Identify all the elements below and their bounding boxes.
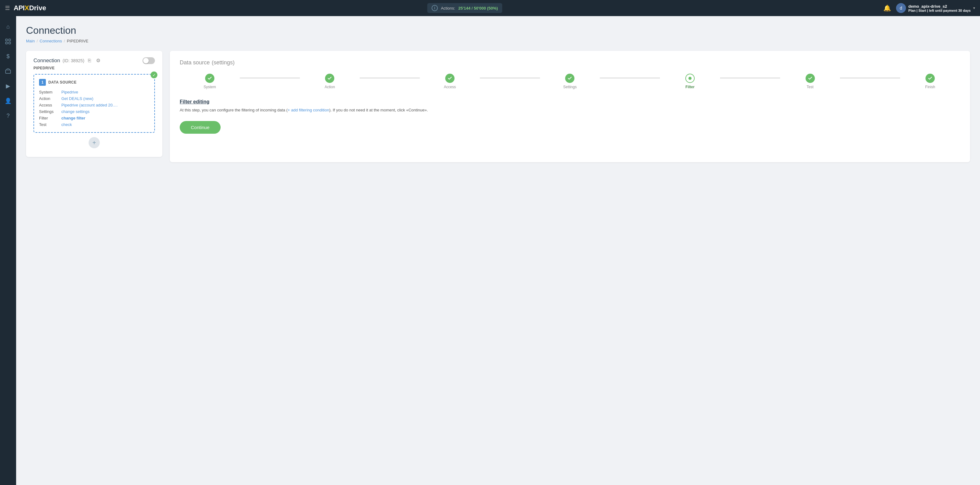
cards-row: Connection (ID: 38925) ⎘ ⚙ PIPEDRIVE ✓ 1… <box>26 51 970 162</box>
step-line-2 <box>360 78 420 78</box>
info-icon: i <box>431 5 438 11</box>
sidebar-item-grid[interactable] <box>1 35 15 48</box>
actions-label: Actions: <box>441 6 455 11</box>
row-label-test: Test <box>39 122 61 127</box>
breadcrumb: Main / Connections / PIPEDRIVE <box>26 39 970 43</box>
actions-box[interactable]: i Actions: 25'144 / 50'000 (50%) <box>427 3 502 13</box>
breadcrumb-sep-1: / <box>37 39 38 43</box>
datasource-rows: System Pipedrive Action Get DEALS (new) … <box>39 89 150 128</box>
filter-description: At this step, you can configure the filt… <box>180 107 960 114</box>
logo-x-text: X <box>24 4 29 12</box>
svg-rect-4 <box>6 70 11 73</box>
step-label-action: Action <box>325 85 335 89</box>
table-row: System Pipedrive <box>39 89 150 95</box>
add-filter-link[interactable]: + add filtering condition <box>288 108 329 113</box>
sidebar-item-user[interactable]: 👤 <box>1 94 15 108</box>
add-datasource-button[interactable]: + <box>89 137 100 148</box>
user-name: demo_apix-drive_s2 <box>908 4 971 9</box>
step-line-1 <box>240 78 300 78</box>
step-line-6 <box>840 78 900 78</box>
step-circle-settings <box>565 74 574 83</box>
breadcrumb-current: PIPEDRIVE <box>67 39 88 43</box>
sidebar-item-billing[interactable]: $ <box>1 49 15 63</box>
right-card: Data source (settings) System Acti <box>170 51 970 162</box>
row-label-action: Action <box>39 96 61 101</box>
left-card: Connection (ID: 38925) ⎘ ⚙ PIPEDRIVE ✓ 1… <box>26 51 162 157</box>
continue-button[interactable]: Continue <box>180 121 221 134</box>
chevron-down-icon: ▾ <box>973 6 975 10</box>
row-label-system: System <box>39 90 61 94</box>
breadcrumb-sep-2: / <box>64 39 65 43</box>
step-line-3 <box>480 78 540 78</box>
sidebar-item-help[interactable]: ? <box>1 109 15 122</box>
logo: API X Drive <box>14 4 46 12</box>
step-system[interactable]: System <box>180 74 240 89</box>
table-row: Filter change filter <box>39 115 150 121</box>
logo-api-text: API <box>14 4 24 12</box>
breadcrumb-connections[interactable]: Connections <box>40 39 62 43</box>
step-action[interactable]: Action <box>300 74 360 89</box>
datasource-number: 1 <box>39 79 46 86</box>
user-plan: Plan | Start | left until payment 30 day… <box>908 9 971 13</box>
step-label-access: Access <box>444 85 456 89</box>
svg-rect-2 <box>6 42 8 44</box>
datasource-header: 1 DATA SOURCE <box>39 79 150 86</box>
datasource-box: ✓ 1 DATA SOURCE System Pipedrive Action … <box>33 74 155 133</box>
card-header: Connection (ID: 38925) ⎘ ⚙ <box>33 57 155 64</box>
step-circle-finish <box>926 74 935 83</box>
table-row: Action Get DEALS (new) <box>39 95 150 102</box>
toggle[interactable] <box>143 57 155 64</box>
avatar: d <box>896 3 906 13</box>
stepper: System Action Access <box>180 74 960 89</box>
hamburger-icon[interactable]: ☰ <box>5 5 10 11</box>
bell-icon[interactable]: 🔔 <box>883 4 891 12</box>
sidebar-item-home[interactable]: ⌂ <box>1 20 15 33</box>
topnav: ☰ API X Drive i Actions: 25'144 / 50'000… <box>0 0 980 16</box>
table-row: Settings change settings <box>39 108 150 115</box>
step-circle-access <box>445 74 455 83</box>
row-value-action[interactable]: Get DEALS (new) <box>61 96 93 101</box>
sidebar-item-play[interactable]: ▶ <box>1 79 15 93</box>
step-line-5 <box>720 78 780 78</box>
step-circle-filter <box>685 74 695 83</box>
main-content: Connection Main / Connections / PIPEDRIV… <box>16 16 980 485</box>
toggle-knob <box>143 58 149 63</box>
datasource-type-label: DATA SOURCE <box>48 80 76 84</box>
page-title: Connection <box>26 25 970 36</box>
step-label-settings: Settings <box>563 85 577 89</box>
row-value-test[interactable]: check <box>61 122 72 127</box>
step-access[interactable]: Access <box>420 74 480 89</box>
row-label-access: Access <box>39 103 61 108</box>
row-value-system[interactable]: Pipedrive <box>61 90 78 94</box>
step-label-filter: Filter <box>685 85 694 89</box>
logo-drive-text: Drive <box>29 4 46 12</box>
table-row: Test check <box>39 121 150 128</box>
step-filter[interactable]: Filter <box>660 74 720 89</box>
step-settings[interactable]: Settings <box>540 74 600 89</box>
filter-title: Filter editing <box>180 99 960 105</box>
step-finish[interactable]: Finish <box>900 74 960 89</box>
step-circle-test <box>805 74 815 83</box>
row-value-access[interactable]: Pipedrive (account added 20.… <box>61 103 118 108</box>
table-row: Access Pipedrive (account added 20.… <box>39 102 150 108</box>
row-value-settings[interactable]: change settings <box>61 109 89 114</box>
pipeline-label: PIPEDRIVE <box>33 66 155 70</box>
row-label-filter: Filter <box>39 116 61 120</box>
breadcrumb-main[interactable]: Main <box>26 39 35 43</box>
copy-button[interactable]: ⎘ <box>87 57 92 64</box>
datasource-check-icon: ✓ <box>151 71 158 78</box>
settings-button[interactable]: ⚙ <box>95 57 102 64</box>
card-title: Connection <box>33 57 60 64</box>
user-info: demo_apix-drive_s2 Plan | Start | left u… <box>908 4 971 13</box>
step-circle-system <box>205 74 215 83</box>
step-label-system: System <box>204 85 216 89</box>
step-test[interactable]: Test <box>780 74 840 89</box>
step-label-test: Test <box>807 85 814 89</box>
row-value-filter[interactable]: change filter <box>61 116 85 120</box>
svg-rect-1 <box>9 39 11 41</box>
user-area[interactable]: d demo_apix-drive_s2 Plan | Start | left… <box>896 3 975 13</box>
actions-count: 25'144 / 50'000 (50%) <box>458 6 498 11</box>
sidebar-item-apps[interactable] <box>1 64 15 78</box>
step-label-finish: Finish <box>925 85 935 89</box>
svg-rect-0 <box>6 39 8 41</box>
